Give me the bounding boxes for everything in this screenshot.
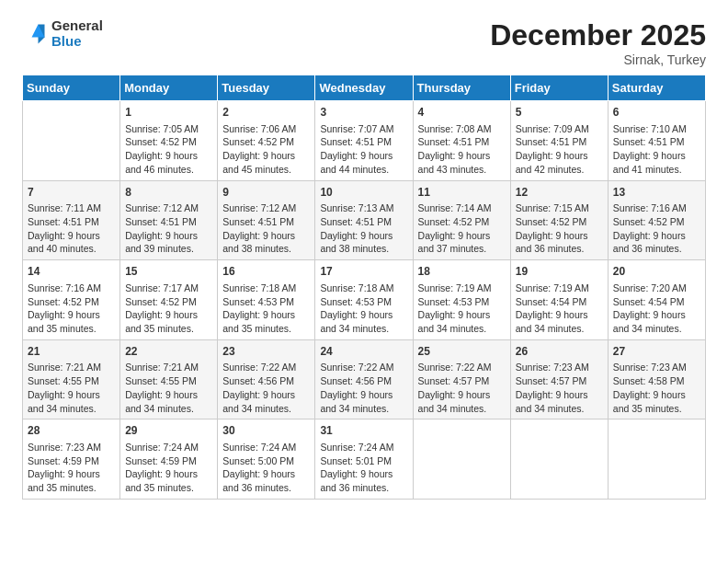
calendar-cell	[413, 419, 510, 500]
calendar-cell: 23Sunrise: 7:22 AM Sunset: 4:56 PM Dayli…	[218, 339, 315, 419]
calendar-cell: 24Sunrise: 7:22 AM Sunset: 4:56 PM Dayli…	[315, 339, 413, 419]
col-header-monday: Monday	[120, 75, 218, 101]
day-number: 14	[28, 264, 115, 280]
calendar-cell: 13Sunrise: 7:16 AM Sunset: 4:52 PM Dayli…	[608, 180, 705, 260]
day-number: 4	[418, 105, 506, 121]
calendar-week-row: 1Sunrise: 7:05 AM Sunset: 4:52 PM Daylig…	[23, 101, 706, 181]
day-info: Sunrise: 7:09 AM Sunset: 4:51 PM Dayligh…	[516, 122, 603, 177]
calendar-cell: 21Sunrise: 7:21 AM Sunset: 4:55 PM Dayli…	[23, 339, 120, 419]
calendar-cell: 10Sunrise: 7:13 AM Sunset: 4:51 PM Dayli…	[315, 180, 413, 260]
day-number: 28	[28, 423, 115, 439]
day-number: 5	[516, 105, 603, 121]
day-info: Sunrise: 7:13 AM Sunset: 4:51 PM Dayligh…	[320, 201, 407, 256]
calendar-week-row: 21Sunrise: 7:21 AM Sunset: 4:55 PM Dayli…	[23, 339, 706, 419]
day-number: 30	[222, 423, 310, 439]
calendar-cell: 14Sunrise: 7:16 AM Sunset: 4:52 PM Dayli…	[23, 260, 120, 340]
day-info: Sunrise: 7:19 AM Sunset: 4:54 PM Dayligh…	[516, 282, 603, 336]
day-info: Sunrise: 7:23 AM Sunset: 4:57 PM Dayligh…	[516, 361, 603, 415]
day-number: 24	[320, 344, 407, 360]
calendar-cell: 11Sunrise: 7:14 AM Sunset: 4:52 PM Dayli…	[413, 180, 510, 260]
day-info: Sunrise: 7:23 AM Sunset: 4:59 PM Dayligh…	[28, 441, 115, 495]
calendar-cell: 8Sunrise: 7:12 AM Sunset: 4:51 PM Daylig…	[120, 180, 218, 260]
day-info: Sunrise: 7:08 AM Sunset: 4:51 PM Dayligh…	[418, 122, 506, 177]
day-number: 10	[320, 185, 407, 201]
calendar-cell: 3Sunrise: 7:07 AM Sunset: 4:51 PM Daylig…	[315, 101, 413, 181]
logo-general: General	[51, 18, 103, 34]
calendar-cell: 6Sunrise: 7:10 AM Sunset: 4:51 PM Daylig…	[608, 101, 705, 181]
logo-blue: Blue	[51, 34, 103, 50]
calendar-week-row: 14Sunrise: 7:16 AM Sunset: 4:52 PM Dayli…	[23, 260, 706, 340]
col-header-sunday: Sunday	[23, 75, 120, 101]
day-info: Sunrise: 7:24 AM Sunset: 5:00 PM Dayligh…	[222, 441, 310, 495]
day-number: 11	[418, 185, 506, 201]
day-info: Sunrise: 7:23 AM Sunset: 4:58 PM Dayligh…	[613, 361, 700, 415]
day-info: Sunrise: 7:10 AM Sunset: 4:51 PM Dayligh…	[613, 122, 700, 177]
calendar-cell: 22Sunrise: 7:21 AM Sunset: 4:55 PM Dayli…	[120, 339, 218, 419]
calendar-cell: 12Sunrise: 7:15 AM Sunset: 4:52 PM Dayli…	[510, 180, 608, 260]
calendar-cell: 5Sunrise: 7:09 AM Sunset: 4:51 PM Daylig…	[510, 101, 608, 181]
col-header-saturday: Saturday	[608, 75, 705, 101]
calendar-cell: 31Sunrise: 7:24 AM Sunset: 5:01 PM Dayli…	[315, 419, 413, 500]
day-info: Sunrise: 7:21 AM Sunset: 4:55 PM Dayligh…	[125, 361, 212, 415]
col-header-thursday: Thursday	[413, 75, 510, 101]
calendar-header-row: SundayMondayTuesdayWednesdayThursdayFrid…	[23, 75, 706, 101]
day-info: Sunrise: 7:17 AM Sunset: 4:52 PM Dayligh…	[125, 282, 212, 336]
day-number: 29	[125, 423, 212, 439]
title-block: December 2025 Sirnak, Turkey	[490, 18, 706, 67]
day-info: Sunrise: 7:18 AM Sunset: 4:53 PM Dayligh…	[222, 282, 310, 336]
day-info: Sunrise: 7:16 AM Sunset: 4:52 PM Dayligh…	[613, 201, 700, 256]
logo-text: General Blue	[51, 18, 103, 49]
day-info: Sunrise: 7:16 AM Sunset: 4:52 PM Dayligh…	[28, 282, 115, 336]
day-info: Sunrise: 7:24 AM Sunset: 5:01 PM Dayligh…	[320, 441, 407, 495]
day-info: Sunrise: 7:19 AM Sunset: 4:53 PM Dayligh…	[418, 282, 506, 336]
day-info: Sunrise: 7:24 AM Sunset: 4:59 PM Dayligh…	[125, 441, 212, 495]
calendar-cell: 18Sunrise: 7:19 AM Sunset: 4:53 PM Dayli…	[413, 260, 510, 340]
calendar-cell: 29Sunrise: 7:24 AM Sunset: 4:59 PM Dayli…	[120, 419, 218, 500]
day-info: Sunrise: 7:11 AM Sunset: 4:51 PM Dayligh…	[28, 201, 115, 256]
day-number: 8	[125, 185, 212, 201]
day-number: 25	[418, 344, 506, 360]
day-info: Sunrise: 7:07 AM Sunset: 4:51 PM Dayligh…	[320, 122, 407, 177]
calendar-cell: 25Sunrise: 7:22 AM Sunset: 4:57 PM Dayli…	[413, 339, 510, 419]
day-number: 26	[516, 344, 603, 360]
day-number: 16	[222, 264, 310, 280]
calendar-cell	[510, 419, 608, 500]
calendar-cell: 27Sunrise: 7:23 AM Sunset: 4:58 PM Dayli…	[608, 339, 705, 419]
day-number: 12	[516, 185, 603, 201]
col-header-tuesday: Tuesday	[218, 75, 315, 101]
day-info: Sunrise: 7:14 AM Sunset: 4:52 PM Dayligh…	[418, 201, 506, 256]
calendar-cell	[23, 101, 120, 181]
day-number: 18	[418, 264, 506, 280]
day-info: Sunrise: 7:22 AM Sunset: 4:56 PM Dayligh…	[320, 361, 407, 415]
calendar-cell: 2Sunrise: 7:06 AM Sunset: 4:52 PM Daylig…	[218, 101, 315, 181]
day-number: 23	[222, 344, 310, 360]
day-number: 2	[222, 105, 310, 121]
day-info: Sunrise: 7:12 AM Sunset: 4:51 PM Dayligh…	[125, 201, 212, 256]
day-number: 7	[28, 185, 115, 201]
day-info: Sunrise: 7:05 AM Sunset: 4:52 PM Dayligh…	[125, 122, 212, 177]
day-info: Sunrise: 7:20 AM Sunset: 4:54 PM Dayligh…	[613, 282, 700, 336]
location: Sirnak, Turkey	[490, 52, 706, 67]
calendar-cell: 26Sunrise: 7:23 AM Sunset: 4:57 PM Dayli…	[510, 339, 608, 419]
day-number: 19	[516, 264, 603, 280]
day-number: 20	[613, 264, 700, 280]
day-number: 15	[125, 264, 212, 280]
day-number: 17	[320, 264, 407, 280]
logo: General Blue	[22, 18, 103, 49]
day-info: Sunrise: 7:15 AM Sunset: 4:52 PM Dayligh…	[516, 201, 603, 256]
calendar-cell: 20Sunrise: 7:20 AM Sunset: 4:54 PM Dayli…	[608, 260, 705, 340]
calendar-table: SundayMondayTuesdayWednesdayThursdayFrid…	[22, 75, 706, 500]
day-info: Sunrise: 7:22 AM Sunset: 4:57 PM Dayligh…	[418, 361, 506, 415]
day-number: 31	[320, 423, 407, 439]
day-number: 21	[28, 344, 115, 360]
day-number: 27	[613, 344, 700, 360]
calendar-cell: 4Sunrise: 7:08 AM Sunset: 4:51 PM Daylig…	[413, 101, 510, 181]
day-info: Sunrise: 7:22 AM Sunset: 4:56 PM Dayligh…	[222, 361, 310, 415]
calendar-cell: 30Sunrise: 7:24 AM Sunset: 5:00 PM Dayli…	[218, 419, 315, 500]
month-title: December 2025	[490, 18, 706, 52]
calendar-cell: 1Sunrise: 7:05 AM Sunset: 4:52 PM Daylig…	[120, 101, 218, 181]
logo-icon	[22, 21, 48, 47]
calendar-cell: 15Sunrise: 7:17 AM Sunset: 4:52 PM Dayli…	[120, 260, 218, 340]
day-number: 1	[125, 105, 212, 121]
day-number: 13	[613, 185, 700, 201]
